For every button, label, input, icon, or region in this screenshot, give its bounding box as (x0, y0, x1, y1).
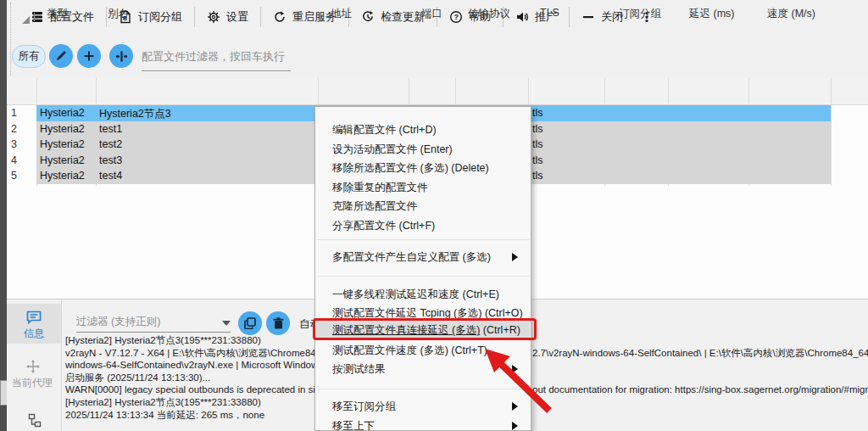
add-profile-button[interactable] (77, 44, 101, 68)
cell-alias: test3 (99, 154, 122, 166)
menu-item-remove-selected[interactable]: 移除所选配置文件 (多选) (Delete) (316, 159, 530, 178)
row-number: 1 (11, 107, 32, 119)
menu-item-custom-config[interactable]: 多配置文件产生自定义配置 (多选) (316, 248, 530, 267)
menu-item-set-active[interactable]: 设为活动配置文件 (Enter) (316, 140, 530, 160)
table-header-row (7, 78, 868, 105)
row-number: 5 (11, 170, 32, 182)
menu-item-clone-selected[interactable]: 克隆所选配置文件 (316, 197, 530, 216)
cell-tls: tls (532, 170, 543, 182)
log-line-continuation: 2.7\v2rayN-windows-64-SelfContained\ | E… (532, 347, 868, 360)
menu-item-share-profile[interactable]: 分享配置文件 (Ctrl+F) (316, 216, 530, 236)
chevron-down-icon[interactable] (222, 321, 231, 326)
column-header-address[interactable]: 地址 (331, 7, 352, 21)
sidebar-tab-info[interactable]: 信息 (24, 327, 44, 341)
row-number: 4 (11, 154, 32, 166)
cell-tls: tls (532, 138, 543, 150)
grid-line (831, 78, 832, 186)
column-header-port[interactable]: 端口 (421, 7, 442, 21)
cell-type: Hysteria2 (40, 107, 85, 119)
column-header-tls[interactable]: TLS (540, 7, 559, 19)
check-update-icon (361, 10, 375, 24)
pencil-icon (55, 50, 67, 62)
toolbar-separator (569, 7, 570, 27)
cell-alias: Hysteria2节点3 (99, 107, 171, 121)
menu-item-multithread-test[interactable]: 一键多线程测试延迟和速度 (Ctrl+E) (316, 285, 530, 305)
log-filter-underline (76, 332, 231, 333)
annotation-arrow (475, 339, 559, 424)
log-line: [Hysteria2] Hysteria2节点3(195***231:33880… (65, 334, 314, 347)
subscription-label: 订阅分组 (138, 9, 182, 25)
column-header-alias[interactable]: 别名 (108, 7, 129, 21)
gear-icon (207, 10, 220, 24)
column-header-speed[interactable]: 速度 (M/s) (767, 7, 815, 21)
plus-icon (83, 50, 95, 62)
log-line: 启动服务 (2025/11/24 13:13:30)... (65, 372, 314, 384)
group-all-pill[interactable]: 所有 (12, 45, 46, 68)
column-header-delay[interactable]: 延迟 (ms) (689, 7, 734, 21)
cell-alias: test1 (99, 123, 122, 135)
cell-tls: tls (532, 154, 543, 166)
v2rayn-window: 配置文件 B 订阅分组 设置 重启服务 检查更新 (0, 0, 868, 431)
copy-icon (244, 317, 256, 329)
annotation-highlight-box (313, 318, 537, 340)
menu-item-remove-duplicates[interactable]: 移除重复的配置文件 (316, 178, 530, 198)
cell-type: Hysteria2 (40, 154, 85, 166)
group-all-label: 所有 (19, 49, 40, 64)
sidebar-divider (61, 299, 62, 431)
menu-separator (317, 276, 529, 277)
cell-alias: test2 (99, 138, 122, 150)
sidebar-tab-proxy[interactable]: 当前代理 (12, 376, 53, 390)
menu-item-label: 按测试结果 (332, 363, 386, 375)
profile-filter-input[interactable]: 配置文件过滤器，按回车执行 (142, 49, 285, 64)
cell-type: Hysteria2 (40, 138, 85, 150)
message-bubble-icon (26, 311, 42, 324)
menu-separator (317, 239, 529, 240)
log-output[interactable]: [Hysteria2] Hysteria2节点3(195***231:33880… (65, 334, 314, 426)
log-line: WARN[0000] legacy special outbounds is d… (65, 383, 314, 396)
clear-log-button[interactable] (266, 311, 290, 335)
trash-icon (273, 317, 284, 329)
profile-filter-underline (142, 70, 291, 71)
row-number: 2 (11, 123, 32, 135)
minimize-icon (581, 10, 595, 24)
row-number: 3 (11, 138, 32, 150)
column-header-type[interactable]: 类型 (47, 7, 68, 21)
toolbar-separator (260, 7, 261, 27)
log-line: [Hysteria2] Hysteria2节点3(195***231:33880… (65, 396, 314, 409)
column-header-transport[interactable]: 传输协议 (468, 7, 510, 21)
settings-label: 设置 (226, 9, 248, 25)
cell-tls: tls (532, 123, 543, 135)
log-filter-combobox[interactable]: 过滤器 (支持正则) (76, 315, 160, 329)
menu-item-label: 移至上下 (332, 420, 375, 431)
check-update-label: 检查更新 (381, 9, 425, 25)
settings-button[interactable]: 设置 (198, 4, 257, 30)
log-line-continuation: out documentation for migration: https:/… (532, 384, 868, 397)
menu-item-label: 多配置文件产生自定义配置 (多选) (332, 251, 491, 263)
submenu-arrow-icon (512, 253, 518, 261)
menu-item-edit-profile[interactable]: 编辑配置文件 (Ctrl+D) (316, 120, 530, 140)
cell-type: Hysteria2 (40, 170, 85, 182)
copy-log-button[interactable] (238, 311, 262, 335)
log-line: v2rayN - V7.12.7 - X64 | E:\软件\高内核\浏览器\C… (65, 347, 314, 360)
edit-group-button[interactable] (49, 44, 73, 68)
select-all-corner[interactable] (22, 16, 30, 24)
toolbar-separator (106, 7, 107, 27)
window-edge-strip (0, 0, 7, 431)
column-adjust-button[interactable] (109, 44, 133, 68)
profiles-icon (31, 10, 44, 24)
svg-text:?: ? (454, 13, 459, 21)
promote-icon (515, 10, 529, 24)
menu-item-label: 移至订阅分组 (332, 400, 396, 412)
cell-tls: tls (532, 107, 543, 119)
cell-alias: test4 (99, 170, 122, 182)
move-arrows-icon (26, 360, 40, 373)
network-nodes-icon[interactable] (28, 413, 42, 428)
column-adjust-icon (115, 50, 128, 63)
restart-icon (273, 10, 287, 24)
toolbar-separator (194, 7, 195, 27)
log-line: 2025/11/24 13:13:34 当前延迟: 265 ms，none (65, 409, 314, 422)
help-icon: ? (449, 10, 463, 24)
cell-type: Hysteria2 (40, 123, 85, 135)
column-header-subscription[interactable]: 订阅分组 (619, 7, 661, 21)
log-line: windows-64-SelfContained\v2rayN.exe | Mi… (65, 359, 314, 372)
